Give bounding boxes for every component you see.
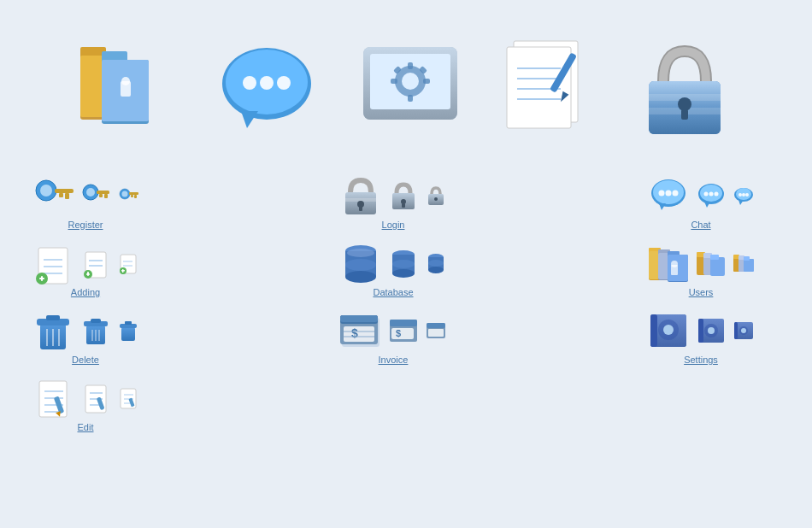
login-icons — [340, 175, 446, 216]
delete-icon-large[interactable] — [32, 310, 74, 351]
invoice-icon-large[interactable]: $ — [340, 310, 381, 351]
users-group: Users — [650, 243, 752, 297]
delete-icon-small[interactable] — [118, 320, 138, 341]
settings-icons — [648, 310, 754, 351]
database-group: Database — [342, 243, 444, 297]
svg-rect-178 — [734, 322, 738, 339]
svg-point-107 — [392, 269, 415, 278]
delete-group: Delete — [34, 310, 137, 365]
settings-label[interactable]: Settings — [684, 355, 718, 365]
svg-point-80 — [745, 193, 749, 197]
users-icon-large[interactable] — [648, 243, 689, 284]
chat-group: Chat — [650, 175, 752, 230]
svg-rect-47 — [104, 194, 108, 198]
svg-rect-131 — [733, 255, 739, 259]
edit-icon-medium[interactable] — [82, 384, 109, 412]
edit-group: Edit — [34, 378, 137, 432]
svg-rect-135 — [744, 256, 750, 261]
register-icon-medium[interactable] — [82, 182, 109, 209]
svg-point-50 — [122, 191, 128, 197]
svg-point-45 — [86, 188, 95, 197]
delete-icon-medium[interactable] — [82, 317, 109, 344]
users-icons — [648, 243, 754, 284]
edit-icon-small[interactable] — [118, 388, 138, 408]
svg-point-108 — [392, 260, 415, 268]
svg-point-67 — [666, 191, 672, 197]
users-icon-medium[interactable] — [697, 249, 725, 277]
users-icon-small[interactable] — [733, 253, 754, 273]
adding-icons — [32, 243, 138, 284]
notes-large-icon — [498, 34, 601, 145]
svg-rect-134 — [744, 259, 754, 272]
adding-icon-medium[interactable] — [82, 249, 109, 277]
svg-marker-10 — [241, 111, 258, 128]
svg-rect-41 — [55, 189, 74, 193]
svg-rect-99 — [122, 269, 124, 273]
login-icon-small[interactable] — [426, 185, 446, 206]
chat-icon-large[interactable] — [648, 175, 689, 216]
adding-icon-large[interactable] — [32, 243, 74, 284]
svg-point-66 — [659, 191, 665, 197]
login-icon-large[interactable] — [340, 175, 381, 216]
invoice-icon-small[interactable] — [426, 320, 446, 341]
database-label[interactable]: Database — [373, 287, 413, 297]
edit-icons — [32, 378, 138, 419]
svg-rect-148 — [121, 327, 135, 341]
svg-point-72 — [704, 192, 709, 197]
register-icon-large[interactable] — [32, 175, 74, 216]
database-icon-small[interactable] — [426, 253, 446, 273]
svg-rect-144 — [91, 319, 101, 323]
top-icons-row — [26, 17, 786, 171]
database-icon-large[interactable] — [340, 243, 381, 284]
svg-point-111 — [428, 267, 444, 273]
register-icon-small[interactable] — [118, 185, 138, 206]
svg-point-62 — [434, 197, 438, 201]
login-label[interactable]: Login — [382, 220, 405, 230]
svg-rect-150 — [125, 321, 132, 325]
register-group: Register — [34, 175, 137, 230]
svg-point-173 — [708, 327, 715, 334]
chat-icon-small[interactable] — [733, 185, 754, 206]
login-group: Login — [342, 175, 444, 230]
settings-device-large-icon — [355, 38, 466, 141]
svg-point-103 — [345, 259, 376, 271]
settings-icon-small[interactable] — [733, 320, 754, 341]
invoice-icon-medium[interactable]: $ — [390, 317, 417, 344]
svg-point-102 — [345, 271, 376, 283]
delete-icons — [32, 310, 138, 351]
database-icons — [340, 243, 446, 284]
svg-rect-53 — [131, 195, 133, 197]
register-label[interactable]: Register — [68, 220, 103, 230]
chat-label[interactable]: Chat — [691, 220, 710, 230]
svg-marker-65 — [659, 203, 666, 210]
settings-icon-large[interactable] — [648, 310, 689, 351]
edit-icon-large[interactable] — [32, 378, 74, 419]
row-2: Adding — [26, 238, 786, 302]
svg-rect-161 — [391, 328, 414, 339]
svg-rect-160 — [390, 320, 417, 326]
invoice-label[interactable]: Invoice — [379, 355, 409, 365]
login-icon-medium[interactable] — [390, 182, 417, 209]
svg-rect-128 — [710, 257, 725, 276]
users-label[interactable]: Users — [689, 287, 714, 297]
edit-label[interactable]: Edit — [78, 422, 94, 432]
row-4: Edit — [26, 373, 786, 437]
svg-rect-43 — [59, 193, 63, 197]
users-large-icon — [76, 34, 179, 145]
svg-point-177 — [741, 328, 746, 333]
chat-icon-medium[interactable] — [697, 182, 725, 209]
svg-point-73 — [709, 192, 714, 197]
svg-point-112 — [428, 260, 444, 267]
delete-label[interactable]: Delete — [72, 355, 99, 365]
adding-label[interactable]: Adding — [71, 287, 100, 297]
adding-icon-small[interactable] — [118, 253, 138, 273]
svg-point-104 — [347, 249, 374, 257]
svg-point-12 — [260, 76, 274, 90]
svg-rect-21 — [391, 79, 397, 84]
svg-point-7 — [121, 77, 130, 85]
svg-rect-133 — [738, 255, 744, 260]
settings-icon-medium[interactable] — [697, 317, 725, 344]
svg-rect-57 — [359, 206, 362, 211]
database-icon-medium[interactable] — [390, 249, 417, 277]
svg-point-37 — [678, 97, 691, 111]
